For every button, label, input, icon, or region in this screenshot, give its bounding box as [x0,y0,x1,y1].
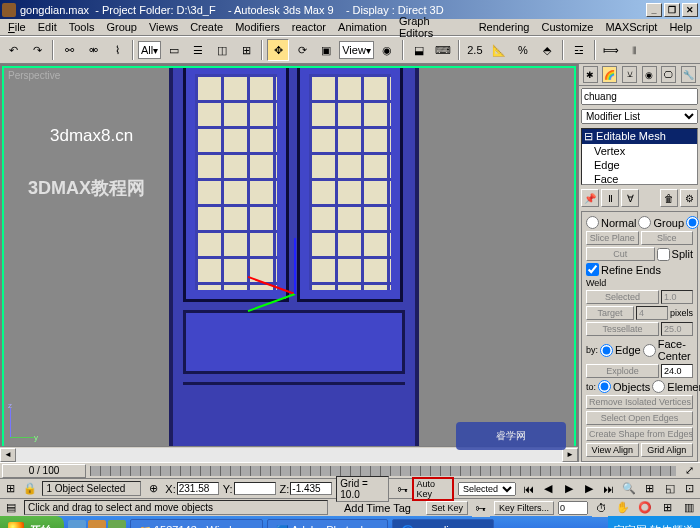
pin-stack-button[interactable]: 📌 [581,189,599,207]
zoom-all-button[interactable]: ⊞ [641,480,657,498]
y-input[interactable] [234,482,276,495]
zoom-extents-button[interactable]: ◱ [662,480,678,498]
time-track[interactable] [90,466,676,476]
key-filters-button[interactable]: Key Filters... [494,501,554,515]
menu-group[interactable]: Group [100,20,143,34]
menu-customize[interactable]: Customize [535,20,599,34]
menu-modifiers[interactable]: Modifiers [229,20,286,34]
slice-plane-button[interactable]: Slice Plane [586,231,639,245]
tessellate-button[interactable]: Tessellate [586,322,659,336]
zoom-extents-all-button[interactable]: ⊡ [682,480,698,498]
close-button[interactable]: ✕ [682,3,698,17]
current-frame-input[interactable] [558,501,588,515]
tab-utilities[interactable]: 🔧 [681,66,696,83]
configure-sets-button[interactable]: ⚙ [680,189,698,207]
object-name-input[interactable] [581,88,698,105]
ql-app-icon[interactable] [108,520,126,528]
cut-button[interactable]: Cut [586,247,655,261]
modifier-list-dropdown[interactable]: Modifier List [581,109,698,124]
explode-elements-radio[interactable]: Elements [652,380,700,393]
select-move-button[interactable]: ✥ [267,39,289,61]
perspective-viewport[interactable]: Perspective 3dmax8.cn 3DMAX教程网 z y [2,66,576,460]
system-tray[interactable]: 宝宝网 软体频道 [608,516,700,528]
pivot-button[interactable]: ◉ [376,39,398,61]
menu-file[interactable]: FFileile [2,20,32,34]
select-rotate-button[interactable]: ⟳ [291,39,313,61]
weld-target-spinner[interactable] [636,306,668,320]
mirror-button[interactable]: ⟾ [600,39,622,61]
snap-toggle-button[interactable]: 2.5 [464,39,486,61]
remove-isolated-vertices-button[interactable]: Remove Isolated Vertices [586,395,693,409]
explode-spinner[interactable] [661,364,693,378]
bind-spacewarp-button[interactable]: ⌇ [106,39,128,61]
pan-button[interactable]: ✋ [614,499,632,517]
zoom-button[interactable]: 🔍 [621,480,637,498]
stack-edge[interactable]: Edge [582,158,697,172]
unlink-button[interactable]: ⚮ [82,39,104,61]
remove-modifier-button[interactable]: 🗑 [660,189,678,207]
ref-coord-dropdown[interactable]: View ▾ [339,41,374,59]
percent-snap-button[interactable]: % [512,39,534,61]
task-3dsmax[interactable]: 🌀 gongdian.max [392,519,494,528]
abs-rel-toggle[interactable]: ⊕ [145,481,161,497]
window-crossing-button[interactable]: ⊞ [235,39,257,61]
time-config-button[interactable]: ⏱ [592,499,610,517]
goto-start-button[interactable]: ⏮ [520,480,536,498]
tessellate-spinner[interactable] [661,322,693,336]
stack-vertex[interactable]: Vertex [582,144,697,158]
tab-display[interactable]: 🖵 [661,66,676,83]
time-slider[interactable]: 0 / 100 [2,464,86,478]
open-mini-curve-button[interactable]: ⤢ [680,464,698,478]
menu-edit[interactable]: Edit [32,20,63,34]
goto-end-button[interactable]: ⏭ [601,480,617,498]
split-check[interactable]: Split [657,248,693,261]
undo-button[interactable]: ↶ [2,39,24,61]
task-photoshop[interactable]: 🟦 Adobe Photoshop [267,519,387,528]
start-button[interactable]: 开始 [0,516,64,528]
view-align-button[interactable]: View Align [586,443,639,457]
slice-button[interactable]: Slice [641,231,694,245]
prev-frame-button[interactable]: ◀ [540,480,556,498]
auto-key-button[interactable]: Auto Key [412,477,454,501]
link-button[interactable]: ⚯ [58,39,80,61]
select-button[interactable]: ▭ [163,39,185,61]
key-filter-dropdown[interactable]: Selected [458,482,516,496]
named-selection-button[interactable]: ☲ [568,39,590,61]
menu-animation[interactable]: Animation [332,20,393,34]
menu-views[interactable]: Views [143,20,184,34]
task-window-1[interactable]: 📁 1537143 - Window... [130,519,263,528]
weld-target-button[interactable]: Target [586,306,634,320]
minimize-button[interactable]: _ [646,3,662,17]
keyboard-shortcut-button[interactable]: ⌨ [432,39,454,61]
maximize-button[interactable]: ❐ [664,3,680,17]
maxscript-listener-button[interactable]: ▤ [2,501,20,515]
angle-snap-button[interactable]: 📐 [488,39,510,61]
ql-ie-icon[interactable] [68,520,86,528]
manipulate-button[interactable]: ⬓ [408,39,430,61]
field-of-view-button[interactable]: ▥ [680,499,698,517]
selection-lock-button[interactable]: 🔒 [22,481,38,497]
modifier-stack[interactable]: ⊟ Editable Mesh Vertex Edge Face [581,128,698,185]
tab-motion[interactable]: ◉ [642,66,657,83]
key-mode-button[interactable]: 🗝 [472,499,490,517]
set-key-button[interactable]: Set Key [426,501,468,515]
stack-editable-mesh[interactable]: ⊟ Editable Mesh [582,129,697,144]
radio-local[interactable]: Local [686,216,700,229]
tess-face-center-radio[interactable]: Face-Center [643,338,693,362]
menu-rendering[interactable]: Rendering [473,20,536,34]
stack-face[interactable]: Face [582,172,697,185]
explode-objects-radio[interactable]: Objects [598,380,650,393]
menu-tools[interactable]: Tools [63,20,101,34]
menu-graph-editors[interactable]: Graph Editors [393,14,473,40]
menu-maxscript[interactable]: MAXScript [599,20,663,34]
select-scale-button[interactable]: ▣ [315,39,337,61]
arc-rotate-button[interactable]: ⭕ [636,499,654,517]
gizmo-z-axis[interactable] [294,238,296,294]
z-input[interactable] [290,482,332,495]
explode-button[interactable]: Explode [586,364,659,378]
redo-button[interactable]: ↷ [26,39,48,61]
make-unique-button[interactable]: ∀ [621,189,639,207]
radio-group[interactable]: Group [638,216,684,229]
scroll-left-button[interactable]: ◄ [0,448,16,462]
weld-selected-button[interactable]: Selected [586,290,659,304]
